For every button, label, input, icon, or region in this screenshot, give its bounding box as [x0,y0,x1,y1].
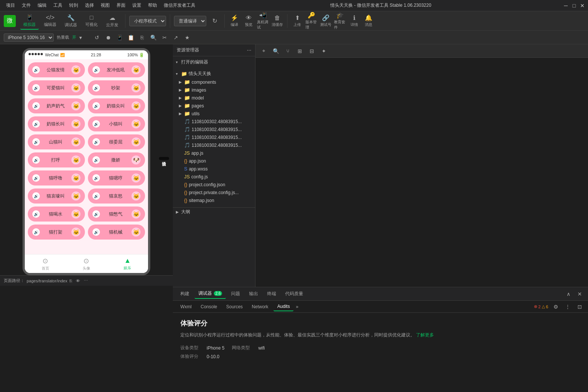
kebab-icon[interactable]: ⋮ [563,302,572,311]
devtools-close-icon[interactable]: ✕ [575,289,584,299]
upload-button[interactable]: ⬆ 上传 [291,15,303,27]
tree-project-private[interactable]: {} project.private.config.js... [173,188,255,196]
toolbar-editor[interactable]: </> 编辑器 [41,13,59,29]
more-icon[interactable]: ⋯ [84,278,88,283]
menu-project[interactable]: 项目 [3,2,18,9]
more-tabs-icon[interactable]: » [296,304,298,309]
clear-cache-button[interactable]: 🗑 清缓存 [271,15,283,27]
tab-home[interactable]: ⊙ 首页 [42,257,49,271]
menu-goto[interactable]: 转到 [66,2,81,9]
chevron-down-icon[interactable]: ▾ [79,35,82,41]
cat-btn-7-1[interactable]: 🔊 猫哀怒 🐱 [88,188,145,204]
branch-icon[interactable]: ⑂ [283,47,292,56]
tab-avatar[interactable]: ⊙ 头像 [83,257,90,271]
cat-btn-9-1[interactable]: 🔊 猫机械 🐱 [88,225,145,240]
file-tree-more[interactable]: ⋯ [247,48,251,53]
message-button[interactable]: 🔔 消息 [363,15,375,27]
refresh-button[interactable]: ↻ [209,15,221,27]
tree-sitemap[interactable]: {} sitemap.json [173,196,255,204]
test-button[interactable]: 🔗 测试号 [320,15,332,27]
detail-button[interactable]: ℹ 详情 [348,15,360,27]
sub-tab-network[interactable]: Network [248,303,272,311]
tab-output[interactable]: 输出 [245,289,262,299]
preview-button[interactable]: 👁 预览 [243,15,255,27]
minimize-button[interactable]: ─ [563,3,568,8]
sub-tab-wxml[interactable]: Wxml [177,303,195,311]
tree-app-js[interactable]: JS app.js [173,149,255,157]
tab-build[interactable]: 构建 [177,289,193,299]
tab-debugger[interactable]: 调试器 2.6 [195,289,226,299]
tree-project-config[interactable]: {} project.config.json [173,181,255,188]
menu-file[interactable]: 文件 [19,2,34,9]
audit-learn-more-link[interactable]: 了解更多 [416,332,434,338]
crop-icon[interactable]: ✂ [160,33,169,42]
cat-btn-3-0[interactable]: 🔊 奶猫长叫 🐱 [28,116,85,131]
copy-path-icon[interactable]: ⎘ [70,279,72,283]
menu-tools[interactable]: 工具 [50,2,65,9]
tree-file-mp3-3[interactable]: 🎵 1108100302.48083915... [173,133,255,141]
menu-view[interactable]: 视图 [98,2,113,9]
dock-icon[interactable]: ⊡ [575,302,584,311]
device-select[interactable]: iPhone 5 100% 16 [4,33,54,42]
search-editor-icon[interactable]: 🔍 [271,47,280,56]
devtools-expand-icon[interactable]: ∧ [564,289,573,299]
cat-btn-4-0[interactable]: 🔊 山猫叫 🐱 [28,134,85,149]
sub-tab-console[interactable]: Console [197,303,221,311]
star-icon[interactable]: ★ [183,33,192,42]
switch-language-badge[interactable]: 切换注语 [159,157,169,160]
cat-btn-6-0[interactable]: 🔊 猫呼噜 🐱 [28,170,85,185]
menu-weixin[interactable]: 微信开发者工具 [161,2,198,9]
cat-btn-2-1[interactable]: 🔊 奶猫尖叫 🐱 [88,98,145,113]
toolbar-simulator[interactable]: 📱 模拟器 [20,12,39,30]
tree-file-mp3-1[interactable]: 🎵 1108100302.48083915... [173,118,255,125]
settings-icon[interactable]: ⚙ [551,302,560,311]
tab-terminal[interactable]: 终端 [263,289,280,299]
tree-model[interactable]: ▶ 📁 model [173,94,255,102]
menu-select[interactable]: 选择 [82,2,97,9]
tree-components[interactable]: ▶ 📁 components [173,78,255,86]
cat-btn-0-1[interactable]: 🔊 发冲低吼 🐱 [88,62,145,77]
mode-select[interactable]: 小程序模式 [129,16,166,26]
toolbar-visual[interactable]: □ 可视化 [82,13,101,29]
grid-icon[interactable]: ⊞ [295,47,304,56]
share-icon[interactable]: ↗ [171,33,180,42]
tab-code-quality[interactable]: 代码质量 [281,289,307,299]
cat-btn-9-0[interactable]: 🔊 猫打架 🐱 [28,225,85,240]
real-debug-button[interactable]: 📲 真机调试 [257,15,269,27]
cursor-icon[interactable]: ⌖ [259,47,268,56]
split-icon[interactable]: ⊟ [307,47,316,56]
maximize-button[interactable]: □ [571,3,577,8]
cat-btn-8-1[interactable]: 🔊 猫憋气 🐱 [88,207,145,222]
cat-btn-3-1[interactable]: 🔊 小猫叫 🐱 [88,116,145,131]
rotate-button[interactable]: ↺ [92,33,101,42]
tab-issues[interactable]: 问题 [227,289,244,299]
cat-btn-6-1[interactable]: 🔊 猫嗯哼 🐱 [88,170,145,185]
toolbar-debugger[interactable]: 🔧 调试器 [62,13,80,29]
tree-utils[interactable]: ▶ 📁 utils [173,110,255,118]
copy-icon[interactable]: ⎘ [138,33,147,42]
sub-tab-sources[interactable]: Sources [222,303,246,311]
tree-file-mp3-2[interactable]: 🎵 1108100302.48083915... [173,125,255,133]
tree-images[interactable]: ▶ 📁 images [173,86,255,94]
compile-button[interactable]: ⚡ 编译 [228,15,240,27]
tree-config-js[interactable]: JS config.js [173,173,255,181]
cat-btn-7-0[interactable]: 🔊 猫哀嚎叫 🐱 [28,188,85,204]
toolbar-cloud[interactable]: ☁ 云开发 [103,13,121,29]
cat-btn-0-0[interactable]: 🔊 公猫发情 🐱 [28,62,85,77]
cat-btn-8-0[interactable]: 🔊 猫喝水 🐱 [28,207,85,222]
menu-settings[interactable]: 设置 [129,2,144,9]
menu-help[interactable]: 帮助 [145,2,160,9]
cat-btn-1-1[interactable]: 🔊 吵架 🐱 [88,80,145,95]
edu-button[interactable]: 🎓 教育套件 [334,15,346,27]
version-button[interactable]: 🔑 版本管理 [305,15,317,27]
cat-btn-4-1[interactable]: 🔊 很委屈 🐱 [88,134,145,149]
sub-tab-audits[interactable]: Audits [274,302,293,311]
close-button[interactable]: ✕ [580,3,585,8]
tree-outline[interactable]: ▶ 大纲 [173,207,255,216]
cat-btn-5-0[interactable]: 🔊 打呼 🐱 [28,152,85,167]
tree-project-root[interactable]: ▾ 📁 情头天天换 [173,69,255,78]
eye-icon[interactable]: 👁 [76,279,80,283]
zoom-icon[interactable]: 🔍 [149,33,158,42]
tree-app-json[interactable]: {} app.json [173,157,255,165]
menu-edit[interactable]: 编辑 [35,2,50,9]
